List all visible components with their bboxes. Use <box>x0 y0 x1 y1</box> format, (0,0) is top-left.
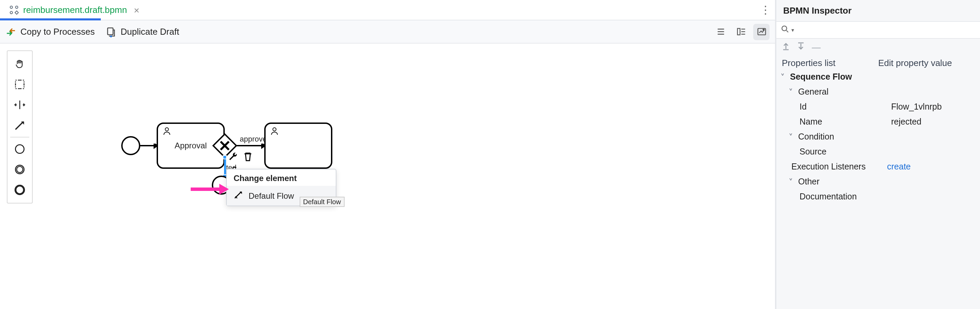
svg-rect-8 <box>737 29 740 35</box>
duplicate-label: Duplicate Draft <box>121 27 179 37</box>
svg-rect-3 <box>15 11 18 14</box>
prop-value[interactable]: rejected <box>888 117 980 127</box>
tree-prop-documentation[interactable]: Documentation <box>776 189 980 204</box>
root-label: Sequence Flow <box>790 72 852 82</box>
svg-point-13 <box>763 29 764 31</box>
prop-label: Source <box>800 147 826 157</box>
inspector-panel: BPMN Inspector ▾ — Properties list Edit … <box>776 0 980 309</box>
default-flow-icon <box>234 190 243 201</box>
palette-lasso-tool[interactable] <box>10 74 30 95</box>
view-split-icon[interactable] <box>733 24 749 40</box>
tab-bar: reimbursement.draft.bpmn × ⋮ <box>0 0 775 21</box>
tree-root-row[interactable]: ˅Sequence Flow <box>776 70 980 84</box>
group-label: General <box>798 87 829 97</box>
tab-filename: reimbursement.draft.bpmn <box>23 5 127 15</box>
view-diagram-icon[interactable] <box>753 24 770 40</box>
svg-point-21 <box>165 128 169 131</box>
svg-point-0 <box>10 6 13 8</box>
sequence-flow-approved[interactable] <box>237 144 266 149</box>
popup-item-label: Default Flow <box>248 191 294 200</box>
sort-asc-icon[interactable] <box>782 42 790 52</box>
duplicate-icon <box>105 26 116 37</box>
svg-rect-4 <box>108 28 113 34</box>
copy-arrow-icon <box>5 26 16 37</box>
tree-prop-execution-listeners[interactable]: Execution Listeners create <box>776 159 980 174</box>
minus-icon[interactable]: — <box>812 42 821 52</box>
selection-handle[interactable] <box>223 155 227 159</box>
task-second[interactable] <box>264 122 332 169</box>
tree-group-condition[interactable]: ˅Condition <box>776 129 980 144</box>
prop-label: Documentation <box>800 192 857 201</box>
palette-hand-tool[interactable] <box>10 54 30 74</box>
task-approval-label: Approval <box>175 141 207 151</box>
editor-tab[interactable]: reimbursement.draft.bpmn × <box>4 0 148 20</box>
inspector-title: BPMN Inspector <box>776 0 980 21</box>
svg-point-1 <box>16 6 18 8</box>
tree-prop-id[interactable]: Id Flow_1vlnrpb <box>776 99 980 114</box>
copy-label: Copy to Processes <box>21 27 95 37</box>
wrench-icon[interactable] <box>228 151 239 162</box>
search-icon <box>780 24 790 36</box>
action-toolbar: Copy to Processes Duplicate Draft <box>0 21 775 44</box>
svg-point-18 <box>17 166 23 173</box>
svg-point-16 <box>15 145 24 153</box>
start-event-node[interactable] <box>121 136 140 155</box>
inspector-search-bar[interactable]: ▾ <box>776 21 980 39</box>
column-properties: Properties list <box>782 58 878 68</box>
tab-active-indicator <box>0 18 101 21</box>
duplicate-draft-button[interactable]: Duplicate Draft <box>105 26 179 37</box>
palette-end-event[interactable] <box>10 180 30 200</box>
diagram-canvas[interactable]: Approval approved <box>33 44 775 309</box>
palette <box>7 51 33 203</box>
svg-point-19 <box>15 185 24 194</box>
canvas-area: Approval approved <box>0 44 775 309</box>
inspector-sort-bar: — <box>776 39 980 55</box>
view-list-icon[interactable] <box>712 24 729 40</box>
svg-point-2 <box>10 11 13 14</box>
prop-value[interactable]: create <box>884 162 980 171</box>
bpmn-file-icon <box>10 5 19 15</box>
tooltip: Default Flow <box>300 197 344 207</box>
group-label: Condition <box>798 132 834 141</box>
user-task-icon <box>270 127 279 138</box>
inspector-column-headers: Properties list Edit property value <box>776 55 980 70</box>
prop-label: Execution Listeners <box>791 162 865 171</box>
tree-group-general[interactable]: ˅General <box>776 84 980 99</box>
palette-space-tool[interactable] <box>10 95 30 115</box>
trash-icon[interactable] <box>242 151 253 162</box>
user-task-icon <box>162 127 172 138</box>
tree-group-other[interactable]: ˅Other <box>776 174 980 189</box>
close-tab-icon[interactable]: × <box>131 5 142 15</box>
svg-point-28 <box>782 25 787 30</box>
palette-divider <box>10 137 30 138</box>
svg-point-25 <box>273 128 276 131</box>
prop-value[interactable]: Flow_1vlnrpb <box>888 102 980 112</box>
palette-intermediate-event[interactable] <box>10 159 30 180</box>
tree-prop-name[interactable]: Name rejected <box>776 114 980 129</box>
tree-prop-source[interactable]: Source <box>776 144 980 159</box>
svg-rect-14 <box>15 80 24 89</box>
annotation-arrow <box>191 184 229 195</box>
editor-pane: reimbursement.draft.bpmn × ⋮ Copy to Pro… <box>0 0 776 309</box>
copy-to-processes-button[interactable]: Copy to Processes <box>5 26 95 37</box>
svg-line-29 <box>787 30 788 32</box>
chevron-down-icon[interactable]: ▾ <box>791 27 794 33</box>
popup-header: Change element <box>227 170 336 186</box>
sequence-flow-arrow[interactable] <box>140 144 158 149</box>
palette-start-event[interactable] <box>10 139 30 159</box>
prop-label: Id <box>800 102 807 112</box>
tab-overflow-icon[interactable]: ⋮ <box>756 3 775 16</box>
group-label: Other <box>798 177 819 187</box>
palette-connect-tool[interactable] <box>10 115 30 135</box>
column-value: Edit property value <box>878 58 975 68</box>
property-tree: ˅Sequence Flow ˅General Id Flow_1vlnrpb … <box>776 70 980 204</box>
sort-desc-icon[interactable] <box>797 42 805 52</box>
prop-label: Name <box>800 117 822 127</box>
